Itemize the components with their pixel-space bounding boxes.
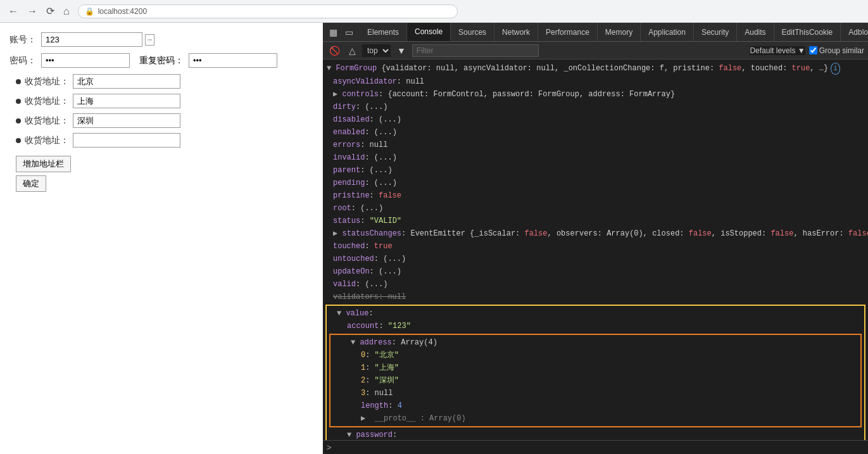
console-line: ▼ value : bbox=[327, 307, 864, 320]
bullet-icon bbox=[16, 118, 21, 123]
triangle-right-icon[interactable]: ▶ bbox=[361, 413, 370, 424]
clear-icon[interactable]: 🚫 bbox=[327, 44, 343, 57]
filter-icon[interactable]: △ bbox=[346, 44, 358, 57]
console-text: asyncValidator bbox=[333, 76, 397, 87]
console-text: 3 bbox=[361, 388, 365, 399]
console-line: ▼ FormGroup {validator: null, asyncValid… bbox=[323, 62, 868, 75]
console-line: ▶ statusChanges : EventEmitter {_isScala… bbox=[323, 227, 868, 240]
addr-input-1[interactable] bbox=[73, 94, 180, 108]
forward-button[interactable]: → bbox=[24, 4, 41, 18]
console-line: asyncValidator : null bbox=[323, 75, 868, 88]
devtools-panel: ▦ ▭ Elements Console Sources Network Per… bbox=[323, 23, 868, 454]
console-line: dirty : (...) bbox=[323, 101, 868, 113]
addr-label-1: 收货地址： bbox=[25, 96, 69, 107]
repeat-input[interactable] bbox=[189, 53, 277, 68]
refresh-button[interactable]: ⟳ bbox=[43, 4, 58, 18]
console-text: : bbox=[368, 308, 373, 319]
console-line: status : "VALID" bbox=[323, 215, 868, 227]
home-button[interactable]: ⌂ bbox=[60, 4, 73, 18]
console-text: enabled bbox=[333, 127, 365, 138]
console-text: false bbox=[848, 228, 868, 239]
copy-icon[interactable]: ⎓ bbox=[145, 34, 154, 46]
console-line: invalid : (...) bbox=[323, 151, 868, 164]
filter-input[interactable] bbox=[412, 44, 539, 57]
console-prompt-icon: > bbox=[327, 443, 332, 452]
addr-input-0[interactable] bbox=[73, 74, 180, 89]
console-text: : EventEmitter {_isScalar: bbox=[401, 228, 524, 239]
url-text: localhost:4200 bbox=[98, 7, 147, 16]
console-text: length bbox=[361, 400, 388, 412]
info-icon[interactable]: i bbox=[831, 63, 840, 75]
addr-label-3: 收货地址： bbox=[25, 135, 69, 146]
tab-adblock[interactable]: Adblock bbox=[841, 23, 868, 41]
console-text: "深圳" bbox=[375, 375, 399, 386]
console-text: , touched: bbox=[741, 63, 791, 74]
account-input[interactable] bbox=[41, 32, 142, 47]
console-text: : bbox=[393, 429, 397, 441]
back-button[interactable]: ← bbox=[5, 4, 22, 18]
levels-select[interactable]: Default levels ▼ bbox=[750, 46, 805, 55]
console-text: : (...) bbox=[365, 152, 396, 163]
triangle-right-icon[interactable]: ▶ bbox=[333, 228, 342, 239]
tab-console[interactable]: Console bbox=[407, 23, 451, 41]
tab-security[interactable]: Security bbox=[694, 23, 737, 41]
console-text: controls bbox=[342, 89, 379, 100]
tab-network[interactable]: Network bbox=[494, 23, 538, 41]
address-bar[interactable]: 🔒 localhost:4200 bbox=[78, 4, 458, 18]
console-text: true bbox=[792, 63, 810, 74]
console-line: account : "123" bbox=[327, 320, 864, 332]
bullet-icon bbox=[16, 79, 21, 84]
group-similar-checkbox[interactable] bbox=[809, 46, 817, 54]
triangle-down-icon[interactable]: ▼ bbox=[337, 308, 346, 319]
triangle-down-icon[interactable]: ▼ bbox=[347, 429, 356, 441]
triangle-right-icon[interactable]: ▶ bbox=[333, 89, 342, 100]
addr-input-3[interactable] bbox=[73, 133, 180, 148]
console-text: : (...) bbox=[370, 114, 401, 125]
highlight-box: ▼ value : account : "123" ▼ address : Ar… bbox=[325, 305, 865, 441]
tab-performance[interactable]: Performance bbox=[538, 23, 598, 41]
tab-elements[interactable]: Elements bbox=[360, 23, 407, 41]
console-text: {validator: null, asyncValidator: null, … bbox=[381, 63, 719, 74]
console-text: : bbox=[379, 320, 387, 332]
console-text: validators: null bbox=[333, 291, 406, 303]
console-text: "VALID" bbox=[370, 215, 401, 227]
tab-application[interactable]: Application bbox=[641, 23, 694, 41]
console-text: false bbox=[719, 63, 741, 74]
tab-sources[interactable]: Sources bbox=[451, 23, 494, 41]
console-text: valid bbox=[333, 279, 356, 290]
console-text: parent bbox=[333, 165, 360, 176]
repeat-label: 重复密码： bbox=[139, 55, 184, 66]
console-text: : (...) bbox=[351, 203, 383, 214]
console-line: untouched : (...) bbox=[323, 253, 868, 265]
console-text: false bbox=[379, 190, 401, 201]
devtools-tabs: ▦ ▭ Elements Console Sources Network Per… bbox=[323, 23, 868, 42]
tab-editthiscookie[interactable]: EditThisCookie bbox=[774, 23, 841, 41]
dropdown-icon[interactable]: ▼ bbox=[394, 44, 408, 57]
console-text: 0 bbox=[361, 350, 365, 361]
console-text: : null bbox=[397, 76, 424, 87]
address-list: 收货地址： 收货地址： 收货地址： 收货地址： bbox=[16, 74, 313, 148]
device-icon[interactable]: ▭ bbox=[343, 26, 356, 39]
password-input[interactable] bbox=[41, 53, 130, 68]
tab-audits[interactable]: Audits bbox=[737, 23, 774, 41]
context-select[interactable]: top bbox=[362, 44, 391, 57]
console-text: , …} bbox=[810, 63, 828, 74]
confirm-button[interactable]: 确定 bbox=[16, 175, 46, 192]
triangle-down-icon[interactable]: ▼ bbox=[327, 63, 336, 74]
console-text: pristine bbox=[333, 190, 370, 201]
inspect-icon[interactable]: ▦ bbox=[327, 26, 340, 39]
console-output[interactable]: ▼ FormGroup {validator: null, asyncValid… bbox=[323, 60, 868, 440]
console-line: validators: null bbox=[323, 291, 868, 303]
devtools-icons: ▦ ▭ bbox=[323, 26, 360, 39]
list-item: 收货地址： bbox=[16, 74, 313, 89]
console-text: statusChanges bbox=[342, 228, 401, 239]
console-text: : Array(4) bbox=[392, 337, 437, 348]
console-text: true bbox=[374, 241, 393, 252]
addr-input-2[interactable] bbox=[73, 113, 180, 128]
console-input[interactable] bbox=[336, 443, 864, 452]
console-text: : bbox=[365, 375, 374, 386]
tab-memory[interactable]: Memory bbox=[598, 23, 641, 41]
triangle-down-icon[interactable]: ▼ bbox=[351, 337, 360, 348]
add-address-button[interactable]: 增加地址栏 bbox=[16, 156, 71, 172]
bullet-icon bbox=[16, 99, 21, 104]
